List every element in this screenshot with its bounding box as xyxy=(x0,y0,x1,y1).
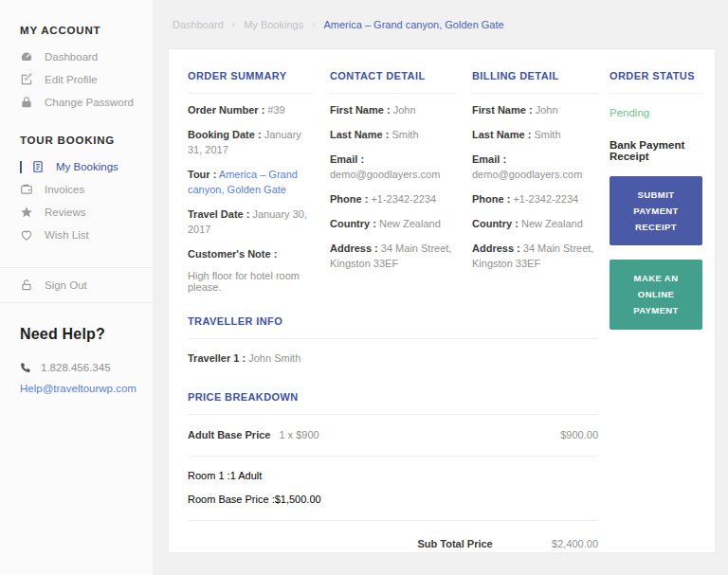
app-window: MY ACCOUNT Dashboard Edit xyxy=(0,0,728,575)
breadcrumb-separator-icon: › xyxy=(312,19,315,29)
sidebar-item-label: Dashboard xyxy=(45,51,98,63)
detail-columns: ORDER SUMMARY Order Number : #39 Booking… xyxy=(188,70,598,293)
sidebar-item-change-password[interactable]: Change Password xyxy=(0,91,153,114)
booking-detail-card: ORDER SUMMARY Order Number : #39 Booking… xyxy=(168,48,716,553)
field-tour: Tour : America – Grand canyon, Golden Ga… xyxy=(188,168,314,198)
field-phone: Phone : +1-2342-2234 xyxy=(330,192,456,207)
sidebar-item-reviews[interactable]: Reviews xyxy=(0,201,153,224)
sign-out-icon xyxy=(20,279,33,292)
breadcrumb-current-page: America – Grand canyon, Golden Gate xyxy=(324,19,504,30)
sidebar-item-dashboard[interactable]: Dashboard xyxy=(0,45,153,68)
contact-detail-title: CONTACT DETAIL xyxy=(330,70,456,94)
sign-out-section: Sign Out xyxy=(0,267,153,303)
traveller-info-section: TRAVELLER INFO Traveller 1 : John Smith xyxy=(188,315,598,367)
bookings-icon xyxy=(31,160,45,173)
sidebar-item-invoices[interactable]: Invoices xyxy=(0,178,153,201)
sidebar-section-my-account: MY ACCOUNT xyxy=(0,25,153,36)
billing-detail-title: BILLING DETAIL xyxy=(472,70,598,94)
field-customer-note-label: Customer's Note : xyxy=(188,247,314,262)
field-last-name: Last Name : Smith xyxy=(330,128,456,143)
breadcrumb: Dashboard › My Bookings › America – Gran… xyxy=(168,0,716,48)
tour-booking-list: My Bookings Invoices Reviews xyxy=(0,155,153,246)
price-breakdown-section: PRICE BREAKDOWN Adult Base Price 1 x $90… xyxy=(188,391,598,553)
breadcrumb-dashboard[interactable]: Dashboard xyxy=(173,19,224,30)
help-email-link[interactable]: Help@traveltourwp.com xyxy=(20,383,136,394)
breadcrumb-my-bookings[interactable]: My Bookings xyxy=(244,19,303,30)
sidebar-item-label: Wish List xyxy=(45,229,89,241)
submit-payment-receipt-button[interactable]: SUBMIT PAYMENT RECEIPT xyxy=(610,176,702,245)
card-main-content: ORDER SUMMARY Order Number : #39 Booking… xyxy=(188,70,598,552)
field-phone: Phone : +1-2342-2234 xyxy=(472,192,598,207)
status-badge: Pending xyxy=(610,107,702,118)
field-address: Address : 34 Main Street, Kingston 33EF xyxy=(472,242,598,272)
sidebar-item-label: Edit Profile xyxy=(45,74,98,85)
sidebar-item-label: Reviews xyxy=(45,207,85,218)
billing-detail-section: BILLING DETAIL First Name : John Last Na… xyxy=(472,70,598,293)
field-country: Country : New Zealand xyxy=(330,217,456,232)
help-phone-number: 1.828.456.345 xyxy=(41,362,111,373)
sidebar-item-my-bookings[interactable]: My Bookings xyxy=(0,155,153,178)
sidebar-item-label: Invoices xyxy=(45,184,84,195)
main-area: Dashboard › My Bookings › America – Gran… xyxy=(153,0,728,575)
order-status-section: ORDER STATUS Pending Bank Payment Receip… xyxy=(610,70,702,552)
edit-profile-icon xyxy=(20,73,33,86)
sidebar-item-edit-profile[interactable]: Edit Profile xyxy=(0,68,153,91)
dashboard-icon xyxy=(20,50,33,63)
breadcrumb-separator-icon: › xyxy=(232,19,235,29)
heart-icon xyxy=(20,228,33,242)
sidebar-item-label: My Bookings xyxy=(56,161,118,172)
order-summary-title: ORDER SUMMARY xyxy=(188,70,314,94)
room-base-price-row: Room Base Price : $1,500.00 xyxy=(188,494,598,505)
phone-icon xyxy=(20,362,31,373)
need-help-title: Need Help? xyxy=(20,326,136,343)
field-traveller-1: Traveller 1 : John Smith xyxy=(188,351,598,367)
star-icon xyxy=(20,206,33,219)
field-booking-date: Booking Date : January 31, 2017 xyxy=(188,128,314,158)
sidebar-item-label: Sign Out xyxy=(45,279,87,291)
sidebar-section-tour-booking: TOUR BOOKING xyxy=(0,135,153,146)
make-online-payment-button[interactable]: MAKE AN ONLINE PAYMENT xyxy=(610,260,702,329)
field-last-name: Last Name : Smith xyxy=(472,128,598,143)
order-status-title: ORDER STATUS xyxy=(610,70,702,94)
field-email: Email : demo@goodlayers.com xyxy=(472,153,598,183)
field-travel-date: Travel Date : January 30, 2017 xyxy=(188,207,314,238)
room-price-group: Room 1 : 1 Adult Room Base Price : $1,50… xyxy=(188,457,598,521)
my-account-list: Dashboard Edit Profile C xyxy=(0,45,153,114)
need-help-section: Need Help? 1.828.456.345 Help@traveltour… xyxy=(0,303,153,394)
order-summary-section: ORDER SUMMARY Order Number : #39 Booking… xyxy=(188,70,314,293)
lock-icon xyxy=(20,96,33,109)
active-indicator-bar xyxy=(20,161,22,173)
contact-detail-section: CONTACT DETAIL First Name : John Last Na… xyxy=(330,70,456,293)
room-occupancy-row: Room 1 : 1 Adult xyxy=(188,470,598,481)
field-address: Address : 34 Main Street, Kingston 33EF xyxy=(330,242,456,272)
customer-note-text: High floor for hotel room please. xyxy=(188,270,314,293)
invoices-icon xyxy=(20,183,33,196)
sidebar-item-sign-out[interactable]: Sign Out xyxy=(0,274,153,296)
traveller-info-title: TRAVELLER INFO xyxy=(188,315,598,339)
field-first-name: First Name : John xyxy=(330,103,456,118)
subtotal-row: Sub Total Price $2,400.00 xyxy=(188,533,598,553)
field-country: Country : New Zealand xyxy=(472,217,598,232)
sidebar-item-label: Change Password xyxy=(45,97,134,108)
price-line-adult-base: Adult Base Price 1 x $900 $900.00 xyxy=(188,415,598,457)
field-first-name: First Name : John xyxy=(472,103,598,118)
sidebar: MY ACCOUNT Dashboard Edit xyxy=(0,0,153,575)
field-order-number: Order Number : #39 xyxy=(188,103,314,118)
field-email: Email : demo@goodlayers.com xyxy=(330,153,456,183)
price-breakdown-title: PRICE BREAKDOWN xyxy=(188,391,598,415)
totals-group: Sub Total Price $2,400.00 Tax Rate 9% Ta… xyxy=(188,521,598,553)
help-phone-row: 1.828.456.345 xyxy=(20,362,136,373)
sidebar-item-wish-list[interactable]: Wish List xyxy=(0,224,153,246)
bank-payment-receipt-label: Bank Payment Receipt xyxy=(610,139,702,162)
